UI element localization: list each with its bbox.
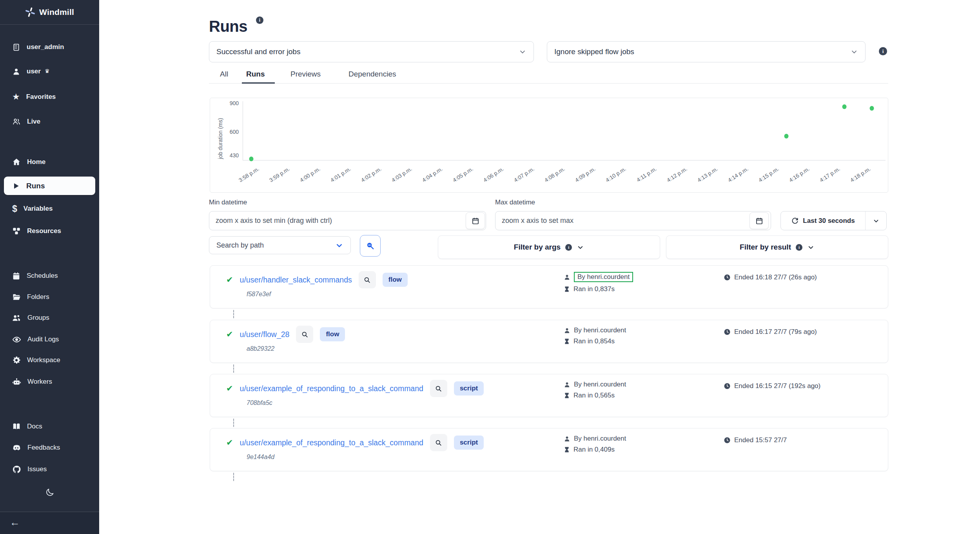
run-row[interactable]: ✔ u/user/flow_28 flow a8b29322 By henri.… [210,320,888,363]
sidebar-item-audit-logs[interactable]: Audit Logs [0,330,99,349]
sidebar-item-workspace[interactable]: user_admin [0,38,99,56]
job-duration-point[interactable] [870,106,874,111]
github-icon [12,465,21,474]
refresh-interval-button[interactable]: Last 30 seconds [780,211,887,230]
tab-previews[interactable]: Previews [290,70,321,78]
job-duration-point[interactable] [249,157,254,161]
job-duration-point[interactable] [842,104,847,109]
inspect-run-button[interactable] [359,271,376,288]
success-check-icon: ✔ [226,330,233,339]
job-duration-chart[interactable]: job duration (ms) 900600430 3:58 p.m.3:5… [210,98,888,193]
tab-dependencies[interactable]: Dependencies [348,70,396,78]
sidebar-item-groups[interactable]: Groups [0,308,99,327]
calendar-icon [12,272,20,280]
person-icon [564,327,570,334]
min-datetime-label: Min datetime [209,199,247,206]
chevron-down-icon [577,244,584,251]
sidebar-item-label: Home [27,158,45,166]
sidebar-item-docs[interactable]: Docs [0,417,99,436]
x-axis-tick-label: 4:16 p.m. [788,166,811,183]
job-duration-point[interactable] [784,134,789,139]
group-icon [12,313,21,323]
sidebar-item-label: Docs [27,423,42,430]
refresh-interval-main[interactable]: Last 30 seconds [781,211,865,230]
run-path-link[interactable]: u/user/handler_slack_commands [240,275,352,284]
gear-icon [12,356,21,365]
sidebar-item-label: Variables [24,205,53,213]
app-logo[interactable]: Windmill [0,0,99,25]
hourglass-icon [564,447,570,453]
max-datetime-input[interactable] [495,211,771,230]
sidebar-item-favorites[interactable]: ★ Favorites [0,87,99,106]
x-axis-tick-label: 4:12 p.m. [666,166,688,183]
sidebar-item-feedbacks[interactable]: Feedbacks [0,438,99,457]
sidebar-item-workers[interactable]: Workers [0,372,99,391]
sidebar-item-label: Workers [27,378,52,386]
inspect-run-button[interactable] [296,326,313,343]
sidebar-item-user[interactable]: user ♛ [0,62,99,81]
clock-icon [724,383,731,390]
run-by: By henri.courdent [574,381,626,388]
run-path-link[interactable]: u/user/flow_28 [240,330,290,339]
run-row[interactable]: ✔ u/user/example_of_responding_to_a_slac… [210,374,888,417]
sidebar-item-workspace-settings[interactable]: Workspace [0,351,99,370]
run-path-link[interactable]: u/user/example_of_responding_to_a_slack_… [240,438,423,447]
success-check-icon: ✔ [226,384,233,393]
sidebar-item-variables[interactable]: $ Variables [0,199,99,218]
inspect-run-button[interactable] [430,380,447,397]
windmill-logo-icon [25,7,35,17]
run-row[interactable]: ✔ u/user/handler_slack_commands flow f58… [210,265,888,308]
collapse-sidebar-arrow-icon[interactable]: ← [10,516,20,529]
run-connector [233,310,234,318]
sidebar-item-home[interactable]: Home [0,153,99,171]
x-axis-tick-label: 4:11 p.m. [635,166,658,183]
max-datetime-calendar-button[interactable] [750,212,769,229]
filter-by-result-button[interactable]: Filter by result i [666,235,888,259]
x-axis-tick-label: 4:14 p.m. [727,166,750,183]
dark-mode-toggle[interactable] [0,488,99,497]
x-axis-tick-label: 4:00 p.m. [299,166,321,183]
run-id: a8b29322 [247,345,274,352]
job-status-select[interactable]: Successful and error jobs [209,41,534,62]
run-row[interactable]: ✔ u/user/example_of_responding_to_a_slac… [210,428,888,471]
skipped-jobs-select[interactable]: Ignore skipped flow jobs [547,41,866,62]
x-axis-tick-label: 4:01 p.m. [329,166,352,183]
tab-all[interactable]: All [220,70,228,78]
eye-icon [12,335,21,344]
min-datetime-calendar-button[interactable] [466,212,485,229]
sidebar-item-folders[interactable]: Folders [0,288,99,306]
robot-icon [12,377,21,386]
tab-runs[interactable]: Runs [246,70,265,78]
x-axis-tick-label: 4:17 p.m. [818,166,841,183]
run-ended: Ended 16:18 27/7 (26s ago) [734,273,817,281]
sidebar: Windmill user_admin user ♛ ★ Favorites L… [0,0,99,534]
zoom-out-search-button[interactable] [360,235,381,257]
play-icon [12,182,20,190]
run-by: By henri.courdent [574,272,633,282]
filter-by-args-label: Filter by args [514,243,561,252]
run-id: 9e144a4d [247,454,274,461]
skipped-info-icon[interactable]: i [879,47,887,55]
run-path-link[interactable]: u/user/example_of_responding_to_a_slack_… [240,384,423,393]
sidebar-item-resources[interactable]: Resources [0,222,99,241]
run-kind-badge: flow [320,327,345,341]
sidebar-item-schedules[interactable]: Schedules [0,266,99,285]
y-axis-line [243,101,243,160]
person-icon [564,274,570,281]
app-name: Windmill [39,7,74,17]
run-id: f587e3ef [247,291,271,298]
sidebar-item-live[interactable]: Live [0,112,99,131]
job-status-value: Successful and error jobs [216,47,519,56]
magnifier-minus-icon [366,241,375,250]
title-info-icon[interactable]: i [256,16,263,24]
sidebar-item-issues[interactable]: Issues [0,460,99,479]
search-by-path-select[interactable]: Search by path [209,236,351,254]
run-kind-badge: flow [383,273,408,287]
min-datetime-input[interactable] [209,211,486,230]
sidebar-item-runs-active[interactable]: Runs [4,177,95,195]
run-ended: Ended 16:17 27/7 (79s ago) [734,328,817,336]
sidebar-item-label: Workspace [27,356,60,364]
inspect-run-button[interactable] [430,434,447,451]
refresh-interval-caret[interactable] [865,211,886,230]
filter-by-args-button[interactable]: Filter by args i [438,235,660,259]
